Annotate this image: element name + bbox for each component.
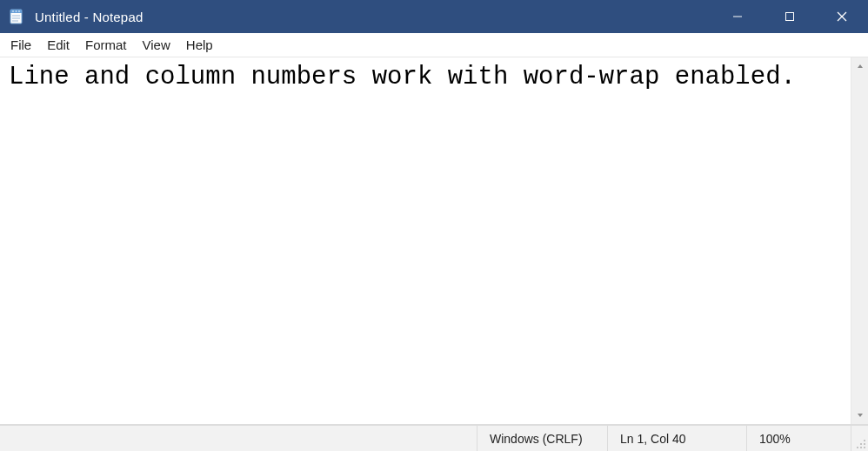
minimize-button[interactable] (711, 0, 764, 33)
svg-point-16 (860, 447, 862, 448)
resize-grip-icon[interactable] (851, 426, 868, 451)
svg-point-12 (864, 440, 865, 441)
vertical-scrollbar[interactable] (851, 57, 868, 424)
svg-point-4 (18, 10, 20, 12)
titlebar[interactable]: Untitled - Notepad (0, 0, 868, 33)
status-caret-position: Ln 1, Col 40 (607, 426, 746, 451)
status-line-ending: Windows (CRLF) (477, 426, 607, 451)
menu-view[interactable]: View (136, 36, 179, 54)
status-left-spacer (0, 426, 477, 451)
svg-rect-9 (786, 13, 794, 21)
menu-help[interactable]: Help (179, 36, 222, 54)
svg-point-15 (857, 447, 858, 448)
statusbar: Windows (CRLF) Ln 1, Col 40 100% (0, 425, 868, 451)
svg-point-14 (864, 443, 865, 445)
close-button[interactable] (816, 0, 868, 33)
svg-point-3 (16, 10, 17, 12)
text-editor[interactable]: Line and column numbers work with word-w… (0, 57, 851, 424)
scroll-up-icon[interactable] (851, 57, 868, 75)
status-zoom: 100% (746, 426, 851, 451)
editor-region: Line and column numbers work with word-w… (0, 57, 868, 425)
window-title: Untitled - Notepad (31, 10, 147, 24)
menu-file[interactable]: File (3, 36, 40, 54)
svg-point-17 (864, 447, 865, 448)
menu-edit[interactable]: Edit (40, 36, 78, 54)
menu-format[interactable]: Format (78, 36, 136, 54)
notepad-icon (0, 9, 31, 24)
window-controls (711, 0, 868, 33)
menubar: File Edit Format View Help (0, 33, 868, 57)
maximize-button[interactable] (764, 0, 816, 33)
svg-point-13 (860, 443, 862, 445)
svg-point-2 (12, 10, 14, 12)
scroll-down-icon[interactable] (851, 407, 868, 424)
